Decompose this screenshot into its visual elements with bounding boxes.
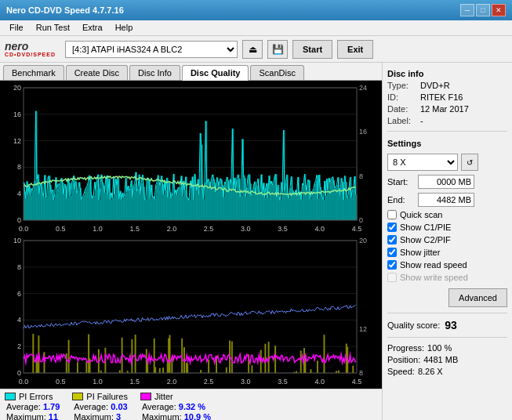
nero-logo-sub: CD•DVD/SPEED [5, 52, 56, 57]
show-jitter-checkbox[interactable] [387, 248, 397, 257]
maximize-button[interactable]: □ [476, 4, 490, 16]
jitter-legend: Jitter Average: 9.32 % Maximum: 10.9 % P… [140, 392, 211, 420]
menu-extra[interactable]: Extra [76, 22, 109, 34]
show-c1-pie-label: Show C1/PIE [400, 223, 451, 232]
save-button[interactable]: 💾 [267, 40, 288, 59]
pi-errors-label: PI Errors [19, 392, 53, 401]
disc-type-value: DVD+R [420, 81, 450, 90]
menu-help[interactable]: Help [109, 22, 140, 34]
settings-refresh-button[interactable]: ↺ [461, 154, 478, 171]
show-read-speed-label: Show read speed [400, 260, 467, 270]
quick-scan-label: Quick scan [400, 210, 442, 219]
tab-disc-quality[interactable]: Disc Quality [182, 65, 249, 81]
main-content: Benchmark Create Disc Disc Info Disc Qua… [0, 63, 512, 420]
speed-settings-row: 8 X ↺ [387, 154, 507, 171]
menu-bar: File Run Test Extra Help [0, 20, 512, 36]
position-row: Position: 4481 MB [387, 355, 507, 364]
nero-logo-text: nero [5, 41, 28, 52]
title-bar: Nero CD-DVD Speed 4.7.7.16 ─ □ ✕ [0, 0, 512, 20]
disc-label-value: - [420, 116, 423, 125]
jitter-color-box [140, 393, 151, 400]
pi-failures-max-label: Maximum: [74, 412, 114, 420]
disc-id-value: RITEK F16 [420, 92, 463, 102]
pi-failures-color-box [72, 393, 83, 400]
show-jitter-row: Show jitter [387, 248, 507, 257]
nero-logo: nero CD•DVD/SPEED [5, 41, 56, 57]
show-read-speed-row: Show read speed [387, 260, 507, 270]
show-write-speed-checkbox[interactable] [387, 273, 397, 282]
jitter-label: Jitter [154, 392, 173, 401]
toolbar: nero CD•DVD/SPEED [4:3] ATAPI iHAS324 A … [0, 36, 512, 63]
show-c1-pie-row: Show C1/PIE [387, 223, 507, 232]
show-read-speed-checkbox[interactable] [387, 260, 397, 270]
menu-run-test[interactable]: Run Test [30, 22, 76, 34]
speed-value: 8.26 X [418, 367, 443, 376]
pi-errors-avg-value: 1.79 [43, 402, 60, 411]
pi-failures-label: PI Failures [86, 392, 128, 401]
eject-button[interactable]: ⏏ [242, 40, 263, 59]
start-label: Start: [387, 177, 415, 186]
speed-selector[interactable]: 8 X [387, 154, 458, 171]
tab-benchmark[interactable]: Benchmark [3, 65, 64, 80]
disc-type-label: Type: [387, 81, 417, 90]
disc-date-row: Date: 12 Mar 2017 [387, 104, 507, 114]
show-c2-pif-checkbox[interactable] [387, 235, 397, 244]
quality-score-row: Quality score: 93 [387, 319, 507, 331]
position-label: Position: [387, 355, 420, 364]
charts-area [0, 81, 382, 389]
end-mb-input[interactable] [418, 193, 474, 207]
show-c1-pie-checkbox[interactable] [387, 223, 397, 232]
app-title: Nero CD-DVD Speed 4.7.7.16 [6, 5, 124, 15]
speed-row: Speed: 8.26 X [387, 367, 507, 376]
end-label: End: [387, 195, 415, 205]
quick-scan-row: Quick scan [387, 210, 507, 219]
end-mb-row: End: [387, 193, 507, 207]
pi-errors-legend: PI Errors Average: 1.79 Maximum: 11 Tota… [5, 392, 60, 420]
jitter-max-label: Maximum: [142, 412, 182, 420]
bottom-chart [2, 236, 380, 387]
menu-file[interactable]: File [3, 22, 30, 34]
pi-failures-avg-value: 0.03 [111, 402, 127, 411]
show-write-speed-row: Show write speed [387, 273, 507, 282]
position-value: 4481 MB [423, 355, 458, 364]
close-button[interactable]: ✕ [492, 4, 506, 16]
jitter-max-value: 10.9 % [184, 412, 211, 420]
show-write-speed-label: Show write speed [400, 273, 468, 282]
pi-failures-legend: PI Failures Average: 0.03 Maximum: 3 Tot… [72, 392, 128, 420]
divider-3 [387, 337, 507, 338]
disc-date-label: Date: [387, 104, 417, 114]
tab-scan-disc[interactable]: ScanDisc [250, 65, 303, 80]
disc-id-row: ID: RITEK F16 [387, 92, 507, 102]
tab-create-disc[interactable]: Create Disc [66, 65, 128, 80]
quick-scan-checkbox[interactable] [387, 210, 397, 219]
pi-errors-max-value: 11 [49, 412, 58, 420]
progress-value: 100 % [427, 343, 452, 353]
divider-1 [387, 131, 507, 132]
top-chart [2, 83, 380, 234]
show-c2-pif-label: Show C2/PIF [400, 235, 451, 244]
quality-score-label: Quality score: [387, 320, 440, 330]
drive-selector[interactable]: [4:3] ATAPI iHAS324 A BLC2 [65, 41, 238, 58]
quality-score-value: 93 [445, 319, 457, 331]
show-jitter-label: Show jitter [400, 248, 440, 257]
right-panel: Disc info Type: DVD+R ID: RITEK F16 Date… [383, 63, 512, 420]
start-mb-input[interactable] [418, 175, 474, 189]
pi-errors-max-label: Maximum: [6, 412, 46, 420]
start-button[interactable]: Start [292, 40, 332, 59]
pi-errors-avg-label: Average: [6, 402, 41, 411]
disc-label-label: Label: [387, 116, 417, 125]
advanced-button[interactable]: Advanced [448, 288, 507, 307]
minimize-button[interactable]: ─ [460, 4, 474, 16]
pi-failures-max-value: 3 [116, 412, 121, 420]
start-mb-row: Start: [387, 175, 507, 189]
pi-errors-color-box [5, 393, 16, 400]
left-panel: Benchmark Create Disc Disc Info Disc Qua… [0, 63, 383, 420]
disc-label-row: Label: - [387, 116, 507, 125]
show-c2-pif-row: Show C2/PIF [387, 235, 507, 244]
speed-label: Speed: [387, 367, 415, 376]
exit-button[interactable]: Exit [337, 40, 373, 59]
tab-disc-info[interactable]: Disc Info [129, 65, 180, 80]
disc-id-label: ID: [387, 92, 417, 102]
progress-row: Progress: 100 % [387, 343, 507, 353]
legend-area: PI Errors Average: 1.79 Maximum: 11 Tota… [0, 389, 382, 420]
